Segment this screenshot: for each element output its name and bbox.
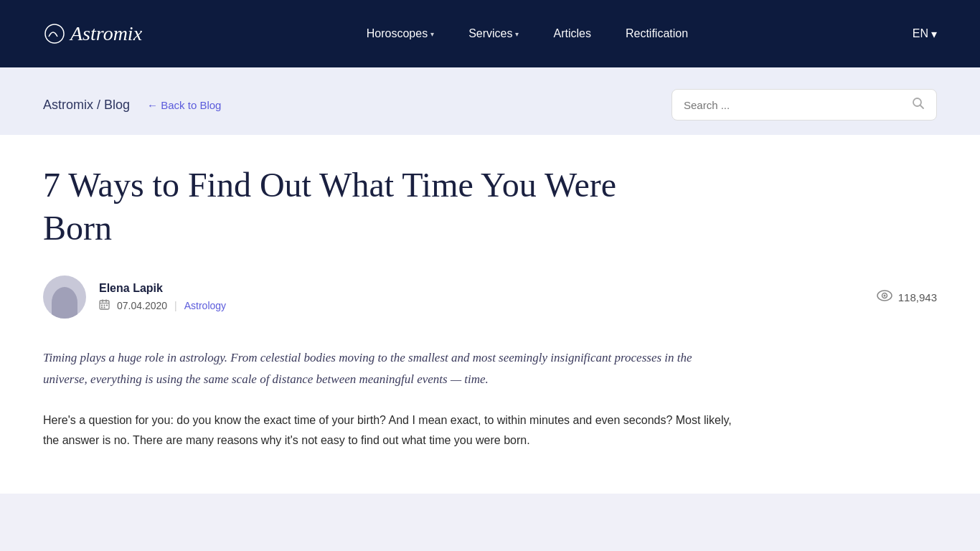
svg-rect-8: [104, 305, 105, 306]
article-intro: Timing plays a huge role in astrology. F…: [43, 347, 739, 390]
language-selector[interactable]: EN ▾: [913, 27, 937, 41]
nav-item-services[interactable]: Services ▾: [468, 27, 519, 40]
top-area: Astromix / Blog ← Back to Blog: [0, 67, 980, 135]
search-input[interactable]: [684, 99, 912, 111]
site-logo[interactable]: Astromix: [43, 22, 142, 45]
breadcrumb-area: Astromix / Blog ← Back to Blog: [43, 98, 221, 113]
eye-icon: [877, 290, 892, 305]
avatar: [43, 276, 86, 319]
nav-menu: Horoscopes ▾ Services ▾ Articles Rectifi…: [367, 27, 688, 40]
author-name: Elena Lapik: [99, 282, 226, 295]
author-info-section: Elena Lapik: [43, 276, 226, 319]
article-title: 7 Ways to Find Out What Time You Were Bo…: [43, 164, 689, 250]
svg-line-2: [920, 105, 924, 109]
nav-item-articles[interactable]: Articles: [553, 27, 590, 40]
article-body: Here's a question for you: do you know t…: [43, 410, 739, 451]
back-to-blog-link[interactable]: ← Back to Blog: [147, 99, 221, 111]
category-link[interactable]: Astrology: [184, 300, 226, 311]
svg-point-14: [883, 294, 885, 296]
author-meta: 07.04.2020 | Astrology: [99, 299, 226, 312]
breadcrumb: Astromix / Blog: [43, 98, 130, 113]
chevron-down-icon: ▾: [515, 30, 519, 38]
search-icon: [912, 97, 925, 113]
search-box: [672, 89, 937, 121]
chevron-down-icon: ▾: [430, 30, 434, 38]
main-nav: Astromix Horoscopes ▾ Services ▾ Article…: [0, 0, 980, 67]
svg-rect-9: [106, 305, 108, 306]
svg-rect-10: [101, 307, 103, 309]
svg-point-0: [45, 24, 64, 43]
author-details: Elena Lapik: [99, 282, 226, 312]
views-count: 118,943: [877, 290, 937, 305]
nav-item-rectification[interactable]: Rectification: [626, 27, 688, 40]
calendar-icon: [99, 299, 110, 312]
author-row: Elena Lapik: [43, 276, 937, 319]
svg-rect-11: [104, 307, 105, 309]
article-date: 07.04.2020: [117, 300, 167, 311]
chevron-down-icon: ▾: [931, 27, 937, 41]
nav-item-horoscopes[interactable]: Horoscopes ▾: [367, 27, 434, 40]
main-content: 7 Ways to Find Out What Time You Were Bo…: [0, 135, 980, 494]
svg-rect-7: [101, 305, 103, 306]
views-number: 118,943: [898, 291, 937, 303]
